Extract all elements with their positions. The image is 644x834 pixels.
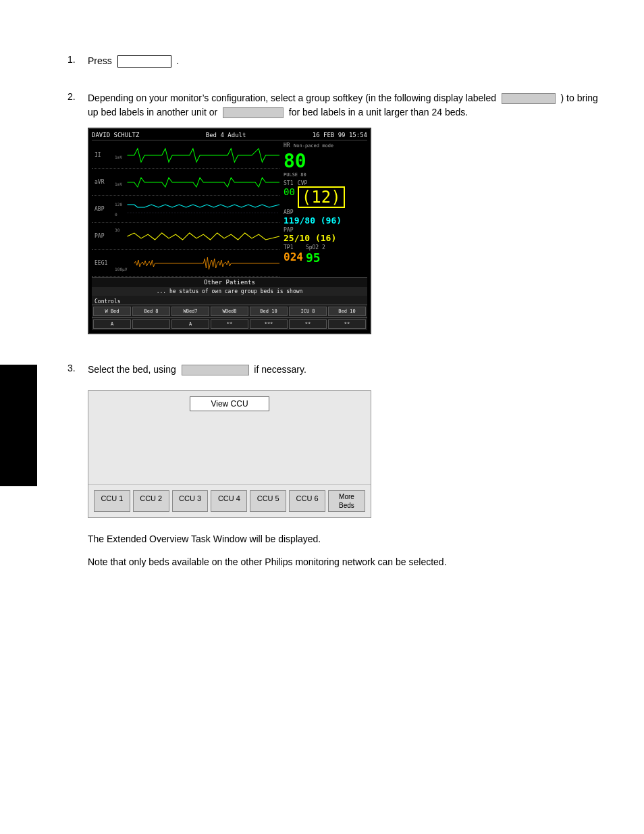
other-patients-bar: Other Patients (92, 277, 367, 287)
monitor-bed-row: A A ** *** ** ** (92, 317, 367, 330)
svg-text:120: 120 (115, 202, 122, 207)
monitor-screen: DAVID SCHULTZ Bed 4 Adult 16 FEB 99 15:5… (88, 128, 371, 334)
wave-label-eeg1: EEG1 (95, 260, 113, 266)
ccu-btn-4[interactable]: CCU 4 (211, 490, 247, 512)
text-block-2: Note that only beds available on the oth… (88, 554, 603, 569)
ccu-btn-5[interactable]: CCU 5 (250, 490, 286, 512)
bed-btn-2 (132, 319, 170, 329)
wave-line-avr: 1mV (113, 172, 279, 192)
text-block-1: The Extended Overview Task Window will b… (88, 531, 603, 546)
page-container: 1. Press . 2. Depending on your monitor’… (0, 0, 644, 834)
pap-value: 25/10 (16) (284, 233, 367, 243)
monitor-header: DAVID SCHULTZ Bed 4 Adult 16 FEB 99 15:5… (92, 132, 367, 140)
svg-text:100μV: 100μV (115, 267, 128, 272)
view-ccu-title: View CCU (190, 396, 269, 411)
monitor-waves: II 1mV aVR (92, 142, 279, 277)
hr-label: HR (284, 142, 290, 149)
tp1-label: TP1 (284, 244, 303, 251)
monitor-status-bar: ... he status of own care group beds is … (92, 287, 367, 296)
softkey-5: Bed 10 (250, 307, 288, 316)
svg-text:0: 0 (115, 212, 117, 217)
wave-row-avr: aVR 1mV (92, 169, 279, 196)
step-2: 2. Depending on your monitor’s configura… (68, 91, 603, 348)
view-ccu-buttons: CCU 1 CCU 2 CCU 3 CCU 4 CCU 5 CCU 6 More… (88, 484, 371, 517)
pap-label: PAP (284, 227, 367, 233)
other-patients-label: Other Patients (204, 279, 255, 286)
left-sidebar (0, 0, 41, 834)
bed-btn-1: A (93, 319, 131, 329)
step-2-text-part1: Depending on your monitor’s configuratio… (88, 93, 496, 103)
black-bar (0, 365, 37, 486)
step-3: 3. Select the bed, using if necessary. V… (68, 363, 603, 578)
svg-text:1mV: 1mV (115, 155, 122, 159)
step-2-inline-box2 (223, 107, 284, 118)
svg-text:1mV: 1mV (115, 182, 122, 186)
step-1-content: Press . (88, 54, 603, 76)
monitor-body: II 1mV aVR (92, 142, 367, 277)
view-ccu-dialog: View CCU CCU 1 CCU 2 CCU 3 CCU 4 CCU 5 C… (88, 390, 371, 518)
hr-value: 80 (284, 150, 367, 172)
st1-value: 00 (284, 186, 295, 197)
pulse-value: 80 (300, 172, 306, 178)
ccu-btn-2[interactable]: CCU 2 (133, 490, 169, 512)
st1-label: ST1 (284, 180, 295, 186)
wave-line-eeg1: 100μV (113, 253, 279, 273)
softkey-1: W Bed (93, 307, 131, 316)
softkey-4: WBed8 (211, 307, 248, 316)
cvp-value: (12) (298, 186, 345, 208)
softkey-7: Bed 10 (328, 307, 366, 316)
view-ccu-body (88, 417, 371, 484)
abp-value: 119/80 (96) (284, 215, 367, 226)
controls-label: Controls (93, 298, 121, 305)
step-number-3: 3. (68, 363, 88, 373)
spo2-label: SpO2 2 (306, 244, 325, 251)
step-3-content: Select the bed, using if necessary. View… (88, 363, 603, 578)
step-2-content: Depending on your monitor’s configuratio… (88, 91, 603, 348)
spo2-value1: 024 (284, 251, 303, 263)
wave-row-eeg1: EEG1 100μV (92, 250, 279, 277)
ccu-btn-3[interactable]: CCU 3 (172, 490, 209, 512)
ccu-btn-1[interactable]: CCU 1 (94, 490, 130, 512)
monitor-vitals: HR Non-paced mode 80 PULSE 80 ST1 (279, 142, 367, 277)
wave-row-abp: ABP 120 0 (92, 196, 279, 223)
ccu-btn-6[interactable]: CCU 6 (289, 490, 325, 512)
monitor-controls: W Bed Bed 8 WBed7 WBed8 Bed 10 ICU 8 Bed… (92, 305, 367, 317)
wave-label-abp: ABP (95, 206, 113, 212)
spo2-value2: 95 (306, 251, 325, 265)
step-1-text-after: . (176, 55, 179, 66)
wave-row-pap: PAP 30 (92, 223, 279, 250)
pulse-label: PULSE (284, 172, 298, 178)
wave-line-ii: 1mV (113, 145, 279, 165)
status-text: ... he status of own care group beds is … (157, 288, 303, 294)
monitor-bed: Bed 4 Adult (206, 132, 246, 138)
wave-label-ii: II (95, 152, 113, 158)
step-2-text-part3: for bed labels in a unit larger than 24 … (289, 107, 468, 118)
bed-btn-7: ** (328, 319, 366, 329)
wave-line-pap: 30 (113, 226, 279, 246)
svg-text:30: 30 (115, 228, 120, 232)
abp-label: ABP (284, 209, 367, 215)
wave-row-ii: II 1mV (92, 142, 279, 169)
mode-text: Non-paced mode (294, 143, 333, 149)
main-content: 1. Press . 2. Depending on your monitor’… (41, 0, 644, 834)
step-number-1: 1. (68, 54, 88, 65)
step-number-2: 2. (68, 91, 88, 102)
wave-line-abp: 120 0 (113, 199, 279, 219)
step-1-inline-box (117, 55, 171, 68)
step-3-inline-box (182, 365, 249, 375)
monitor-date: 16 FEB 99 15:54 (313, 132, 367, 138)
bed-btn-5: *** (250, 319, 288, 329)
bed-btn-4: ** (211, 319, 248, 329)
bed-btn-6: ** (289, 319, 327, 329)
cvp-label: CVP (298, 180, 345, 186)
bed-btn-3: A (171, 319, 209, 329)
step-3-text-after: if necessary. (254, 364, 306, 375)
ccu-btn-more[interactable]: MoreBeds (328, 490, 365, 512)
softkey-3: WBed7 (171, 307, 209, 316)
softkey-6: ICU 8 (289, 307, 327, 316)
softkey-2: Bed 8 (132, 307, 170, 316)
view-ccu-title-bar: View CCU (88, 391, 371, 417)
controls-area: Controls (92, 296, 367, 305)
monitor-patient-name: DAVID SCHULTZ (92, 132, 139, 138)
step-1-text-before: Press (88, 55, 112, 66)
